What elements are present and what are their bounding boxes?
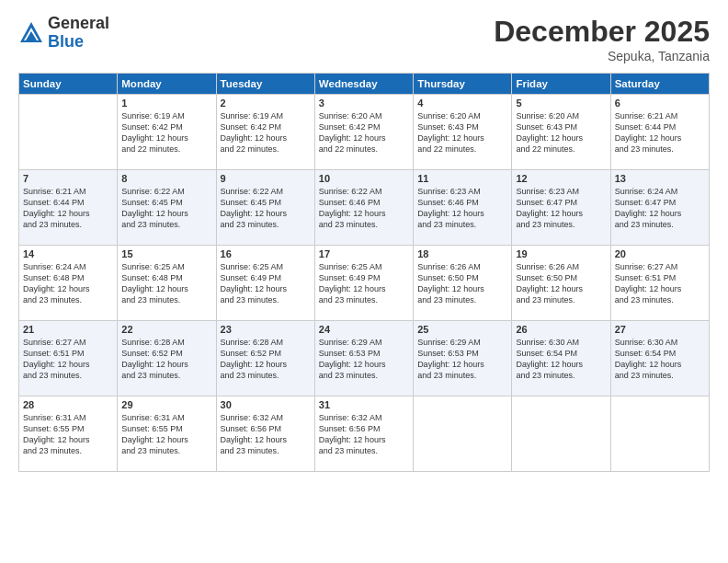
day-info: Sunrise: 6:32 AM Sunset: 6:56 PM Dayligh… xyxy=(221,412,311,457)
day-number: 30 xyxy=(221,399,311,410)
calendar-week-row: 28Sunrise: 6:31 AM Sunset: 6:55 PM Dayli… xyxy=(19,396,710,472)
day-number: 23 xyxy=(221,324,311,335)
day-number: 10 xyxy=(319,173,409,184)
day-info: Sunrise: 6:31 AM Sunset: 6:55 PM Dayligh… xyxy=(23,412,113,457)
day-number: 31 xyxy=(319,399,409,410)
calendar-cell: 20Sunrise: 6:27 AM Sunset: 6:51 PM Dayli… xyxy=(610,246,709,321)
calendar-week-row: 1Sunrise: 6:19 AM Sunset: 6:42 PM Daylig… xyxy=(19,95,710,170)
calendar-cell xyxy=(610,396,709,472)
month-title: December 2025 xyxy=(494,15,710,49)
header: General Blue December 2025 Sepuka, Tanza… xyxy=(18,15,710,63)
day-info: Sunrise: 6:20 AM Sunset: 6:43 PM Dayligh… xyxy=(417,110,507,155)
day-number: 27 xyxy=(615,324,705,335)
calendar-cell: 30Sunrise: 6:32 AM Sunset: 6:56 PM Dayli… xyxy=(216,396,314,472)
calendar-cell: 10Sunrise: 6:22 AM Sunset: 6:46 PM Dayli… xyxy=(314,170,413,246)
day-number: 9 xyxy=(221,173,311,184)
calendar-cell: 26Sunrise: 6:30 AM Sunset: 6:54 PM Dayli… xyxy=(512,321,610,396)
day-info: Sunrise: 6:31 AM Sunset: 6:55 PM Dayligh… xyxy=(121,412,211,457)
calendar-cell: 3Sunrise: 6:20 AM Sunset: 6:42 PM Daylig… xyxy=(314,95,413,170)
day-info: Sunrise: 6:19 AM Sunset: 6:42 PM Dayligh… xyxy=(221,110,311,155)
calendar-week-row: 14Sunrise: 6:24 AM Sunset: 6:48 PM Dayli… xyxy=(19,246,710,321)
day-info: Sunrise: 6:24 AM Sunset: 6:48 PM Dayligh… xyxy=(23,261,113,306)
calendar-header-row: SundayMondayTuesdayWednesdayThursdayFrid… xyxy=(19,74,710,95)
day-info: Sunrise: 6:30 AM Sunset: 6:54 PM Dayligh… xyxy=(615,337,705,382)
day-number: 24 xyxy=(319,324,409,335)
weekday-header: Wednesday xyxy=(314,74,413,95)
day-info: Sunrise: 6:22 AM Sunset: 6:45 PM Dayligh… xyxy=(221,186,311,231)
location-title: Sepuka, Tanzania xyxy=(494,49,710,63)
day-number: 5 xyxy=(516,98,606,109)
calendar-cell: 17Sunrise: 6:25 AM Sunset: 6:49 PM Dayli… xyxy=(314,246,413,321)
calendar-cell: 9Sunrise: 6:22 AM Sunset: 6:45 PM Daylig… xyxy=(216,170,314,246)
day-number: 16 xyxy=(221,248,311,259)
calendar-cell: 31Sunrise: 6:32 AM Sunset: 6:56 PM Dayli… xyxy=(314,396,413,472)
day-info: Sunrise: 6:20 AM Sunset: 6:43 PM Dayligh… xyxy=(516,110,606,155)
calendar-cell: 5Sunrise: 6:20 AM Sunset: 6:43 PM Daylig… xyxy=(512,95,610,170)
calendar-cell: 16Sunrise: 6:25 AM Sunset: 6:49 PM Dayli… xyxy=(216,246,314,321)
weekday-header: Sunday xyxy=(19,74,118,95)
calendar-cell: 22Sunrise: 6:28 AM Sunset: 6:52 PM Dayli… xyxy=(118,321,216,396)
day-info: Sunrise: 6:32 AM Sunset: 6:56 PM Dayligh… xyxy=(319,412,409,457)
day-number: 4 xyxy=(417,98,507,109)
calendar-cell: 18Sunrise: 6:26 AM Sunset: 6:50 PM Dayli… xyxy=(414,246,512,321)
logo-text: General Blue xyxy=(48,15,109,52)
calendar-cell: 13Sunrise: 6:24 AM Sunset: 6:47 PM Dayli… xyxy=(610,170,709,246)
calendar-week-row: 7Sunrise: 6:21 AM Sunset: 6:44 PM Daylig… xyxy=(19,170,710,246)
logo: General Blue xyxy=(18,15,109,52)
day-number: 21 xyxy=(23,324,113,335)
calendar-cell: 6Sunrise: 6:21 AM Sunset: 6:44 PM Daylig… xyxy=(610,95,709,170)
day-number: 12 xyxy=(516,173,606,184)
day-number: 1 xyxy=(121,98,211,109)
day-number: 15 xyxy=(121,248,211,259)
title-area: December 2025 Sepuka, Tanzania xyxy=(494,15,710,63)
weekday-header: Friday xyxy=(512,74,610,95)
day-number: 26 xyxy=(516,324,606,335)
day-number: 14 xyxy=(23,248,113,259)
page: General Blue December 2025 Sepuka, Tanza… xyxy=(0,0,728,563)
day-number: 20 xyxy=(615,248,705,259)
day-number: 17 xyxy=(319,248,409,259)
day-info: Sunrise: 6:29 AM Sunset: 6:53 PM Dayligh… xyxy=(417,337,507,382)
day-number: 13 xyxy=(615,173,705,184)
calendar-cell xyxy=(19,95,118,170)
day-number: 18 xyxy=(417,248,507,259)
day-info: Sunrise: 6:22 AM Sunset: 6:46 PM Dayligh… xyxy=(319,186,409,231)
calendar-cell: 24Sunrise: 6:29 AM Sunset: 6:53 PM Dayli… xyxy=(314,321,413,396)
day-number: 28 xyxy=(23,399,113,410)
weekday-header: Thursday xyxy=(414,74,512,95)
day-info: Sunrise: 6:29 AM Sunset: 6:53 PM Dayligh… xyxy=(319,337,409,382)
day-info: Sunrise: 6:21 AM Sunset: 6:44 PM Dayligh… xyxy=(615,110,705,155)
calendar-cell: 29Sunrise: 6:31 AM Sunset: 6:55 PM Dayli… xyxy=(118,396,216,472)
calendar-cell: 2Sunrise: 6:19 AM Sunset: 6:42 PM Daylig… xyxy=(216,95,314,170)
logo-blue-label: Blue xyxy=(48,33,109,52)
day-number: 29 xyxy=(121,399,211,410)
day-number: 11 xyxy=(417,173,507,184)
day-number: 25 xyxy=(417,324,507,335)
calendar: SundayMondayTuesdayWednesdayThursdayFrid… xyxy=(18,73,710,472)
day-number: 19 xyxy=(516,248,606,259)
day-number: 6 xyxy=(615,98,705,109)
day-info: Sunrise: 6:25 AM Sunset: 6:48 PM Dayligh… xyxy=(121,261,211,306)
day-info: Sunrise: 6:23 AM Sunset: 6:46 PM Dayligh… xyxy=(417,186,507,231)
day-info: Sunrise: 6:25 AM Sunset: 6:49 PM Dayligh… xyxy=(319,261,409,306)
day-number: 7 xyxy=(23,173,113,184)
logo-icon xyxy=(18,20,44,46)
calendar-cell xyxy=(414,396,512,472)
weekday-header: Saturday xyxy=(610,74,709,95)
calendar-cell: 1Sunrise: 6:19 AM Sunset: 6:42 PM Daylig… xyxy=(118,95,216,170)
day-info: Sunrise: 6:23 AM Sunset: 6:47 PM Dayligh… xyxy=(516,186,606,231)
calendar-cell: 23Sunrise: 6:28 AM Sunset: 6:52 PM Dayli… xyxy=(216,321,314,396)
calendar-cell: 11Sunrise: 6:23 AM Sunset: 6:46 PM Dayli… xyxy=(414,170,512,246)
calendar-cell: 4Sunrise: 6:20 AM Sunset: 6:43 PM Daylig… xyxy=(414,95,512,170)
day-info: Sunrise: 6:24 AM Sunset: 6:47 PM Dayligh… xyxy=(615,186,705,231)
logo-general-label: General xyxy=(48,15,109,33)
calendar-cell: 12Sunrise: 6:23 AM Sunset: 6:47 PM Dayli… xyxy=(512,170,610,246)
day-info: Sunrise: 6:28 AM Sunset: 6:52 PM Dayligh… xyxy=(121,337,211,382)
calendar-cell: 21Sunrise: 6:27 AM Sunset: 6:51 PM Dayli… xyxy=(19,321,118,396)
calendar-cell: 15Sunrise: 6:25 AM Sunset: 6:48 PM Dayli… xyxy=(118,246,216,321)
day-info: Sunrise: 6:20 AM Sunset: 6:42 PM Dayligh… xyxy=(319,110,409,155)
day-number: 8 xyxy=(121,173,211,184)
calendar-cell: 14Sunrise: 6:24 AM Sunset: 6:48 PM Dayli… xyxy=(19,246,118,321)
calendar-cell: 8Sunrise: 6:22 AM Sunset: 6:45 PM Daylig… xyxy=(118,170,216,246)
calendar-cell xyxy=(512,396,610,472)
